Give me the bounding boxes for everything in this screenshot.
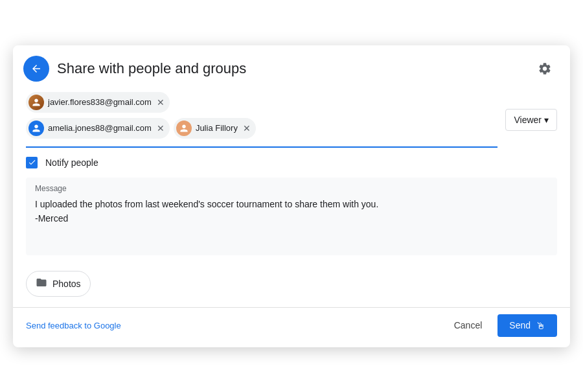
chip-email-javier: javier.flores838@gmail.com: [48, 97, 152, 107]
dialog-header: Share with people and groups: [13, 45, 570, 89]
back-arrow-icon: [30, 63, 42, 75]
chip-name-julia: Julia Fillory: [196, 123, 238, 133]
send-button[interactable]: Send 🖱: [497, 314, 557, 337]
person-icon-amelia: [32, 124, 41, 133]
person-icon-julia: [179, 124, 189, 133]
notify-section: Notify people: [13, 148, 570, 178]
recipients-section: javier.flores838@gmail.com ✕ amelia.jone…: [13, 89, 570, 148]
chip-close-amelia[interactable]: ✕: [155, 124, 165, 133]
avatar-amelia: [29, 121, 44, 136]
checkmark-icon: [28, 158, 36, 167]
folder-icon: [36, 277, 47, 291]
chip-close-julia[interactable]: ✕: [242, 124, 251, 133]
message-label: Message: [35, 184, 548, 193]
header-left: Share with people and groups: [23, 56, 246, 82]
viewer-dropdown[interactable]: Viewer ▾: [505, 109, 557, 131]
viewer-label: Viewer: [514, 115, 542, 125]
message-section[interactable]: Message I uploaded the photos from last …: [26, 178, 557, 255]
folder-chip[interactable]: Photos: [26, 271, 91, 297]
avatar-julia: [176, 121, 192, 136]
dialog-title: Share with people and groups: [57, 60, 246, 77]
footer-actions: Cancel Send 🖱: [444, 314, 557, 337]
folder-name: Photos: [52, 279, 81, 289]
footer: Send feedback to Google Cancel Send 🖱: [13, 307, 570, 347]
chip-row-2: amelia.jones88@gmail.com ✕ Julia Fillory…: [26, 115, 497, 141]
notify-checkbox[interactable]: [26, 157, 38, 168]
person-icon: [32, 98, 41, 107]
recipient-chip-javier: javier.flores838@gmail.com ✕: [26, 92, 170, 113]
cursor-icon: 🖱: [536, 320, 545, 331]
recipient-chip-julia: Julia Fillory ✕: [174, 118, 256, 139]
recipients-input-area[interactable]: javier.flores838@gmail.com ✕ amelia.jone…: [26, 89, 497, 148]
back-button[interactable]: [23, 56, 49, 82]
dropdown-arrow-icon: ▾: [544, 115, 549, 125]
send-label: Send: [509, 320, 531, 330]
chip-email-amelia: amelia.jones88@gmail.com: [48, 123, 152, 133]
folder-section: Photos: [13, 266, 570, 307]
notify-label: Notify people: [45, 157, 98, 168]
chip-close-javier[interactable]: ✕: [155, 98, 165, 107]
settings-button[interactable]: [532, 56, 557, 81]
folder-svg-icon: [36, 277, 47, 288]
message-text: I uploaded the photos from last weekend'…: [35, 197, 548, 226]
avatar-javier: [29, 95, 44, 110]
recipient-chip-amelia: amelia.jones88@gmail.com ✕: [26, 118, 170, 139]
gear-icon: [538, 62, 552, 76]
share-dialog: Share with people and groups javier.flor…: [13, 45, 570, 347]
chip-row-1: javier.flores838@gmail.com ✕: [26, 89, 497, 115]
cancel-button[interactable]: Cancel: [444, 315, 493, 336]
feedback-link[interactable]: Send feedback to Google: [26, 321, 121, 330]
